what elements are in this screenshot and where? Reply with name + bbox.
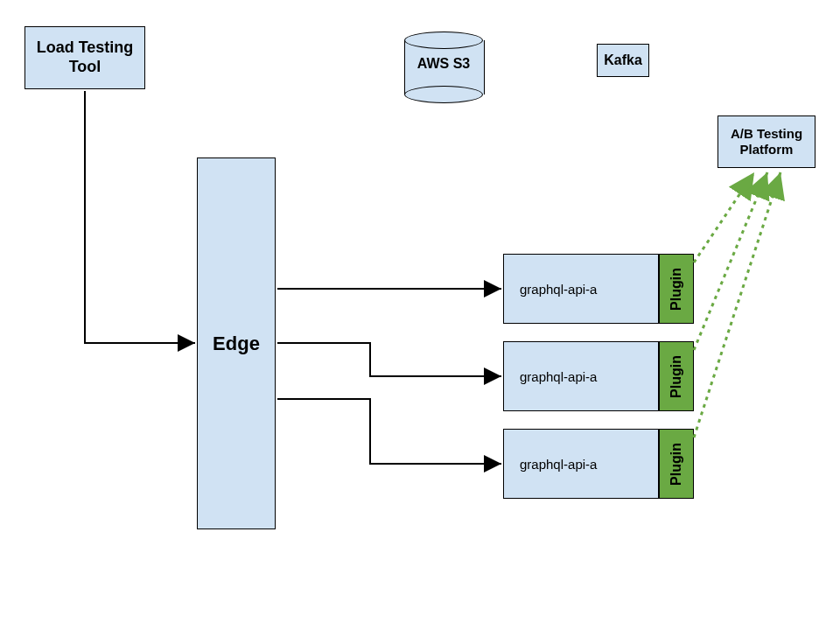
ab-testing-platform-node: A/B Testing Platform [718,116,816,168]
graphql-api-node-3: graphql-api-a [503,429,659,499]
plugin-label-3: Plugin [668,443,684,486]
graphql-api-label-1: graphql-api-a [520,282,597,297]
graphql-api-label-2: graphql-api-a [520,369,597,384]
edge-node: Edge [197,158,276,529]
graphql-api-node-1: graphql-api-a [503,254,659,324]
load-testing-tool-node: Load Testing Tool [24,26,145,89]
arrow-edge-to-api2 [277,343,501,376]
cylinder-bottom [404,86,483,103]
arrow-plugin1-to-ab [694,172,754,262]
plugin-node-1: Plugin [659,254,694,324]
plugin-label-1: Plugin [668,268,684,311]
aws-s3-node: AWS S3 [404,32,483,103]
arrow-plugin2-to-ab [694,172,767,350]
arrow-loadtool-to-edge [85,91,195,343]
cylinder-top [404,32,483,49]
arrow-plugin3-to-ab [694,172,780,438]
plugin-node-3: Plugin [659,429,694,499]
plugin-node-2: Plugin [659,341,694,411]
graphql-api-node-2: graphql-api-a [503,341,659,411]
aws-s3-label: AWS S3 [404,56,483,72]
load-testing-tool-label: Load Testing Tool [25,38,144,76]
edge-label: Edge [213,332,260,355]
arrow-edge-to-api3 [277,399,501,464]
ab-testing-platform-label: A/B Testing Platform [718,126,815,158]
graphql-api-label-3: graphql-api-a [520,457,597,472]
kafka-node: Kafka [597,44,649,77]
plugin-label-2: Plugin [668,355,684,398]
kafka-label: Kafka [604,52,642,68]
